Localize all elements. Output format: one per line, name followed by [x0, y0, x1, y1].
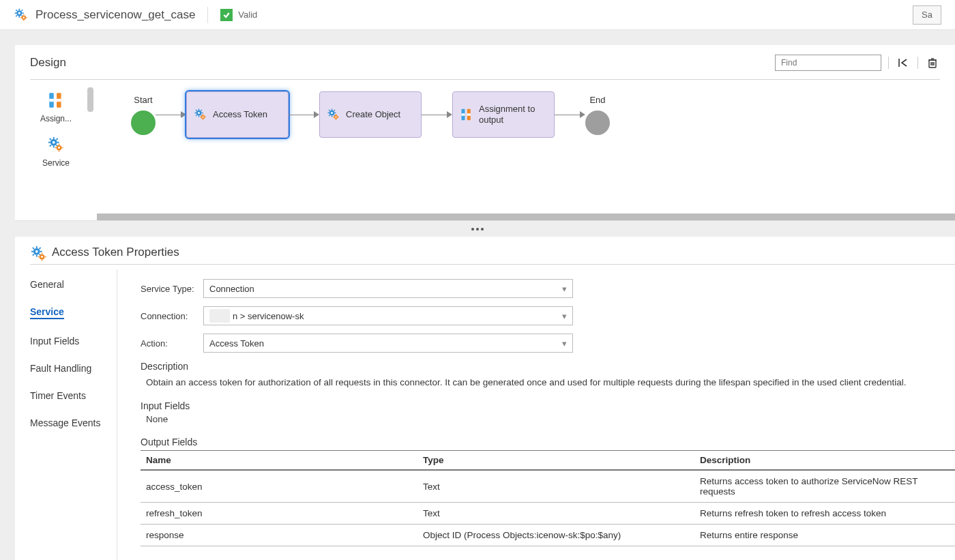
col-type: Type	[417, 451, 694, 471]
tab-fault-handling[interactable]: Fault Handling	[30, 363, 117, 374]
input-fields-none: None	[146, 414, 955, 424]
end-circle-icon	[585, 110, 610, 135]
valid-badge: Valid	[220, 9, 257, 21]
redacted-prefix	[209, 309, 230, 323]
service-icon	[47, 136, 65, 156]
divider	[30, 79, 940, 80]
cell-name: refresh_token	[141, 503, 417, 525]
tab-general[interactable]: General	[30, 279, 117, 290]
process-icon	[14, 8, 29, 23]
select-value: Connection	[209, 284, 254, 294]
tab-input-fields[interactable]: Input Fields	[30, 336, 117, 347]
flow-arrow	[555, 111, 585, 118]
task-label: Assignment to output	[479, 104, 547, 125]
valid-text: Valid	[238, 10, 257, 20]
start-node[interactable]: Start	[131, 95, 156, 135]
assignment-icon	[47, 91, 65, 111]
process-canvas[interactable]: Start Access Token Create Object	[97, 85, 955, 220]
task-create-object[interactable]: Create Object	[319, 91, 422, 138]
flow-arrow	[289, 111, 319, 118]
flow: Start Access Token Create Object	[131, 91, 610, 138]
tab-timer-events[interactable]: Timer Events	[30, 390, 117, 401]
design-title: Design	[30, 56, 66, 70]
save-button[interactable]: Sa	[913, 5, 941, 25]
palette-item-label: Service	[32, 158, 80, 168]
task-access-token[interactable]: Access Token	[186, 91, 289, 138]
cell-name: response	[141, 525, 417, 546]
properties-panel: Access Token Properties General Service …	[15, 237, 955, 560]
doc-title: Process_servicenow_get_case	[35, 8, 195, 22]
chevron-down-icon: ▾	[562, 338, 567, 349]
service-icon	[194, 108, 207, 121]
task-label: Create Object	[346, 109, 400, 120]
cell-type: Text	[417, 470, 694, 503]
chevron-down-icon: ▾	[562, 284, 567, 294]
task-assignment[interactable]: Assignment to output	[452, 91, 555, 138]
properties-tabs: General Service Input Fields Fault Handl…	[15, 269, 117, 560]
service-type-select[interactable]: Connection ▾	[203, 279, 573, 298]
start-label: Start	[134, 95, 152, 105]
connection-label: Connection:	[141, 311, 203, 321]
cell-type: Text	[417, 503, 694, 525]
service-type-label: Service Type:	[141, 284, 203, 294]
palette-item-service[interactable]: Service	[32, 136, 80, 168]
flow-arrow	[422, 111, 452, 118]
properties-form: Service Type: Connection ▾ Connection: n…	[117, 269, 955, 560]
select-value: n > servicenow-sk	[233, 311, 562, 321]
action-label: Action:	[141, 338, 203, 349]
service-icon	[30, 245, 45, 260]
palette-scrollbar[interactable]	[87, 87, 93, 112]
select-value: Access Token	[209, 338, 264, 349]
table-row: response Object ID (Process Objects:icen…	[141, 525, 955, 546]
chevron-down-icon: ▾	[562, 311, 567, 321]
end-node[interactable]: End	[585, 95, 610, 135]
cell-type: Object ID (Process Objects:icenow-sk:$po…	[417, 525, 694, 546]
connection-select[interactable]: n > servicenow-sk ▾	[203, 306, 573, 325]
find-input[interactable]	[775, 55, 881, 71]
properties-header: Access Token Properties	[15, 237, 955, 264]
separator	[917, 57, 918, 69]
check-icon	[220, 9, 233, 21]
table-row: refresh_token Text Returns refresh token…	[141, 503, 955, 525]
separator	[207, 7, 208, 23]
title-bar: Process_servicenow_get_case Valid Sa	[0, 0, 955, 30]
delete-icon[interactable]	[925, 55, 940, 70]
cell-name: access_token	[141, 470, 417, 503]
input-fields-label: Input Fields	[141, 400, 955, 411]
col-name: Name	[141, 451, 417, 471]
end-label: End	[589, 95, 605, 105]
flow-arrow	[156, 111, 186, 118]
action-select[interactable]: Access Token ▾	[203, 334, 573, 353]
palette-item-assignment[interactable]: Assign...	[32, 91, 80, 123]
output-fields-label: Output Fields	[141, 437, 955, 447]
task-label: Access Token	[213, 109, 267, 120]
separator	[888, 57, 889, 69]
panel-splitter[interactable]	[0, 224, 955, 234]
palette: Assign... Service	[15, 85, 97, 220]
content-area: Design Assign... Service	[0, 30, 955, 560]
tab-service[interactable]: Service	[30, 306, 64, 319]
output-fields-table: Name Type Description access_token Text …	[141, 450, 955, 546]
cell-description: Returns entire response	[694, 525, 955, 546]
properties-title: Access Token Properties	[52, 246, 179, 259]
description-text: Obtain an access token for authorization…	[146, 376, 935, 389]
cell-description: Returns access token to authorize Servic…	[694, 470, 955, 503]
tab-message-events[interactable]: Message Events	[30, 417, 117, 428]
description-label: Description	[141, 361, 955, 372]
divider	[30, 264, 955, 265]
design-header: Design	[15, 45, 955, 75]
service-icon	[327, 108, 340, 121]
palette-item-label: Assign...	[32, 114, 80, 123]
design-panel: Design Assign... Service	[15, 45, 955, 221]
canvas-scrollbar[interactable]	[97, 213, 955, 220]
table-row: access_token Text Returns access token t…	[141, 470, 955, 503]
cell-description: Returns refresh token to refresh access …	[694, 503, 955, 525]
assignment-icon	[460, 108, 473, 121]
col-description: Description	[694, 451, 955, 471]
start-circle-icon	[131, 110, 156, 135]
collapse-left-icon[interactable]	[896, 55, 911, 70]
